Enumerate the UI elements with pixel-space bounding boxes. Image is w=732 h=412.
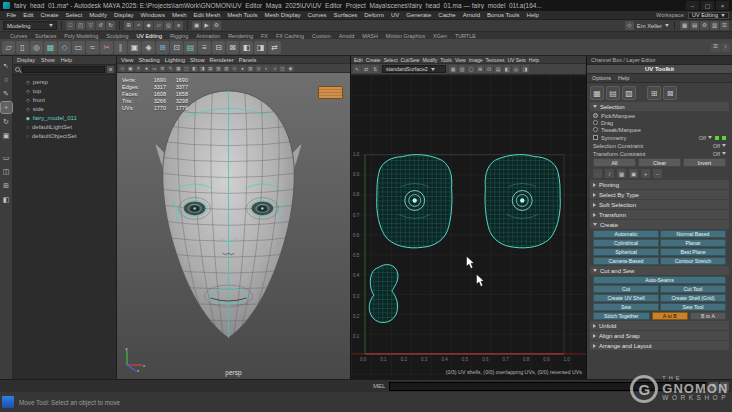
close-button[interactable]: × bbox=[716, 1, 729, 10]
cut-sew-button[interactable]: Create UV Shell bbox=[593, 294, 659, 302]
outliner-layout-icon[interactable]: ◧ bbox=[1, 194, 12, 205]
render-settings-icon[interactable]: ⚙ bbox=[212, 21, 221, 30]
transfer-attributes-icon[interactable]: ⇄ bbox=[268, 41, 281, 54]
lock-camera-icon[interactable]: ▣ bbox=[127, 65, 134, 72]
field-chart-icon[interactable]: ▤ bbox=[207, 65, 214, 72]
cut-sew-button[interactable]: Sew Tool bbox=[660, 303, 726, 311]
viewport-menu-item[interactable]: View bbox=[121, 57, 133, 63]
symmetry-row[interactable]: Symmetry Off bbox=[590, 134, 729, 141]
toolkit-section-header[interactable]: Align and Snap bbox=[590, 331, 729, 340]
ipr-render-icon[interactable]: ▶ bbox=[202, 21, 211, 30]
auto-seams-icon[interactable]: ◈ bbox=[142, 41, 155, 54]
safe-action-icon[interactable]: ▥ bbox=[215, 65, 222, 72]
make-live-icon[interactable]: ◎ bbox=[164, 21, 173, 30]
stitch-b-to-a-button[interactable]: B to A bbox=[690, 312, 726, 320]
selection-mode-radio[interactable]: Pick/Marquee bbox=[590, 112, 729, 119]
section-header-selection[interactable]: Selection bbox=[590, 102, 729, 111]
safe-title-icon[interactable]: ▧ bbox=[223, 65, 230, 72]
shaded-uvs-icon[interactable]: ▤ bbox=[494, 65, 502, 73]
command-input[interactable] bbox=[389, 382, 706, 391]
menu-item[interactable]: Windows bbox=[137, 12, 168, 18]
tab-channel-box[interactable]: Channel Box / Layer Editor bbox=[587, 56, 732, 65]
shadows-icon[interactable]: ◐ bbox=[263, 65, 270, 72]
stitch-a-to-b-button[interactable]: A to B bbox=[652, 312, 688, 320]
convert-to-shell-icon[interactable]: ▣ bbox=[629, 169, 638, 178]
hypershade-icon[interactable]: ▤ bbox=[690, 21, 699, 30]
menu-item[interactable]: Display bbox=[110, 12, 137, 18]
outliner-item[interactable]: ○ defaultLightSet bbox=[13, 122, 116, 131]
unfold-uv-icon[interactable]: ⊞ bbox=[156, 41, 169, 54]
distortion-display-icon[interactable]: ▧ bbox=[458, 65, 466, 73]
textured-icon[interactable]: ▨ bbox=[247, 65, 254, 72]
convert-to-face-icon[interactable]: ▦ bbox=[617, 169, 626, 178]
redo-icon[interactable]: ↻ bbox=[106, 21, 115, 30]
menu-item[interactable]: Mesh Display bbox=[261, 12, 304, 18]
outliner-item[interactable]: ◇ front bbox=[13, 95, 116, 104]
move-tool-icon[interactable]: + bbox=[1, 102, 12, 113]
outliner-item[interactable]: ○ defaultObjectSet bbox=[13, 131, 116, 140]
align-uv-icon[interactable]: ⊟ bbox=[212, 41, 225, 54]
uv-editor-shelf-icon[interactable]: ◧ bbox=[240, 41, 253, 54]
minimize-button[interactable]: – bbox=[686, 1, 699, 10]
flip-u-icon[interactable]: ⇄ bbox=[362, 65, 370, 73]
selection-action-button[interactable]: All bbox=[593, 158, 636, 167]
toolkit-section-header[interactable]: Soft Selection bbox=[590, 200, 729, 209]
lasso-select-tool-icon[interactable]: ○ bbox=[1, 74, 12, 85]
construction-history-icon[interactable]: ≡ bbox=[174, 21, 183, 30]
outliner-menu-item[interactable]: Display bbox=[17, 57, 35, 63]
cut-sew-button[interactable]: Cut Tool bbox=[660, 285, 726, 293]
outliner-search-input[interactable] bbox=[22, 66, 105, 73]
spherical-projection-icon[interactable]: ◎ bbox=[30, 41, 43, 54]
workspace-dropdown[interactable]: UV Editing bbox=[688, 12, 729, 19]
outliner-item[interactable]: ◆ fairy_model_011 bbox=[13, 113, 116, 122]
menu-item[interactable]: Modify bbox=[86, 12, 111, 18]
select-camera-icon[interactable]: ◇ bbox=[119, 65, 126, 72]
create-projection-button[interactable]: Normal Based bbox=[660, 230, 726, 238]
paint-select-tool-icon[interactable]: ✎ bbox=[1, 88, 12, 99]
viewport-menu-item[interactable]: Lighting bbox=[165, 57, 185, 63]
rotate-tool-icon[interactable]: ↻ bbox=[1, 116, 12, 127]
toolkit-menu-item[interactable]: Options bbox=[592, 75, 611, 81]
section-header-cut-and-sew[interactable]: Cut and Sew bbox=[590, 266, 729, 275]
four-pane-layout-icon[interactable]: ⊞ bbox=[1, 180, 12, 191]
uv-editor-menu-item[interactable]: UV Sets bbox=[507, 57, 525, 63]
pan-zoom-icon[interactable]: ⊞ bbox=[159, 65, 166, 72]
uv-editor-menu-item[interactable]: Edit bbox=[354, 57, 363, 63]
selection-constraint-dropdown[interactable]: Off bbox=[713, 143, 726, 149]
menu-item[interactable]: Cache bbox=[435, 12, 459, 18]
uv-canvas[interactable]: 1.00.90.80.70.60.50.40.30.20.1 0.00.10.2… bbox=[351, 75, 586, 379]
toolkit-section-header[interactable]: Pinning bbox=[590, 180, 729, 189]
uv-editor-menu-item[interactable]: Image bbox=[469, 57, 483, 63]
automatic-projection-icon[interactable]: ▦ bbox=[44, 41, 57, 54]
uv-editor-menu-item[interactable]: View bbox=[455, 57, 466, 63]
viewport-menu-item[interactable]: Renderer bbox=[210, 57, 234, 63]
grab-uv-tool-icon[interactable]: ▧ bbox=[622, 86, 636, 100]
snap-to-plane-icon[interactable]: ▱ bbox=[154, 21, 163, 30]
uv-lattice-tool-icon[interactable]: ▤ bbox=[606, 86, 620, 100]
flip-v-icon[interactable]: ⇅ bbox=[371, 65, 379, 73]
create-projection-button[interactable]: Best Plane bbox=[660, 248, 726, 256]
create-projection-button[interactable]: Automatic bbox=[593, 230, 659, 238]
toolkit-section-header[interactable]: Transform bbox=[590, 210, 729, 219]
uv-editor-menu-item[interactable]: Cut/Sew bbox=[401, 57, 420, 63]
uv-editor-menu-item[interactable]: Modify bbox=[422, 57, 437, 63]
texture-borders-icon[interactable]: ▢ bbox=[467, 65, 475, 73]
grid-toggle-icon[interactable]: ▦ bbox=[175, 65, 182, 72]
smear-uv-tool-icon[interactable]: ⊠ bbox=[663, 86, 677, 100]
use-lights-icon[interactable]: ◎ bbox=[255, 65, 262, 72]
menu-item[interactable]: Arnold bbox=[459, 12, 483, 18]
planar-projection-icon[interactable]: ▱ bbox=[2, 41, 15, 54]
stitch-together-button[interactable]: Stitch Together bbox=[593, 312, 650, 320]
checkbox-icon[interactable] bbox=[593, 135, 598, 140]
viewport-menu-item[interactable]: Panels bbox=[239, 57, 257, 63]
checker-display-icon[interactable]: ▦ bbox=[449, 65, 457, 73]
film-gate-icon[interactable]: ▢ bbox=[183, 65, 190, 72]
transform-constraint-dropdown[interactable]: Off bbox=[713, 151, 726, 157]
create-projection-button[interactable]: Contour Stretch bbox=[660, 257, 726, 265]
outliner-item[interactable]: ◇ persp bbox=[13, 77, 116, 86]
cut-sew-button[interactable]: Cut bbox=[593, 285, 659, 293]
straighten-uv-icon[interactable]: ≡ bbox=[198, 41, 211, 54]
selection-mode-radio[interactable]: Tweak/Marquee bbox=[590, 126, 729, 133]
pinch-uv-tool-icon[interactable]: ⊞ bbox=[647, 86, 661, 100]
bookmarks-icon[interactable]: ★ bbox=[143, 65, 150, 72]
